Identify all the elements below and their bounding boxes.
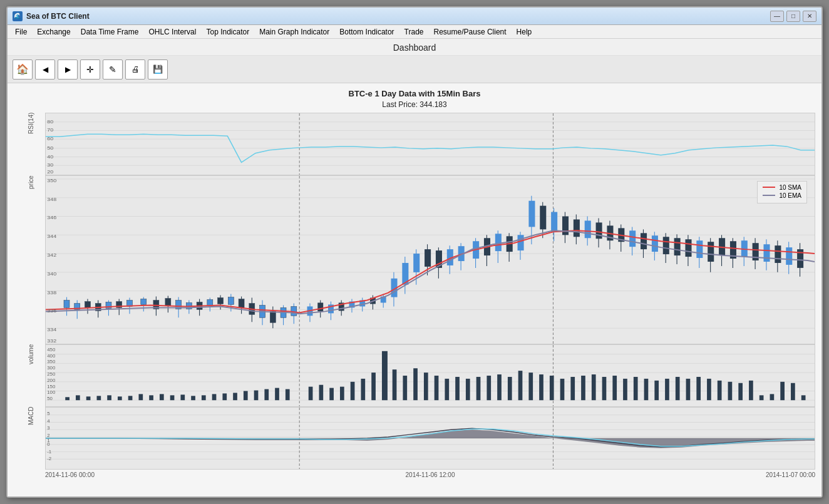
svg-rect-213 [445,379,449,400]
rsi-label: RSI(14) [14,113,45,175]
svg-rect-191 [202,395,206,400]
svg-text:332: 332 [47,337,56,343]
svg-rect-244 [770,394,775,400]
menu-topindicator[interactable]: Top Indicator [201,26,254,38]
svg-rect-192 [212,394,217,400]
svg-rect-197 [264,389,269,401]
save-button[interactable]: 💾 [148,59,168,80]
svg-text:30: 30 [47,162,53,168]
svg-rect-209 [403,376,407,400]
svg-rect-200 [309,387,313,401]
maximize-button[interactable]: □ [786,11,800,22]
svg-text:40: 40 [47,153,53,159]
svg-text:60: 60 [47,136,53,141]
svg-rect-182 [107,395,111,400]
main-window: 🌊 Sea of BTC Client — □ ✕ File Exchange … [6,6,823,498]
svg-rect-218 [497,374,502,400]
svg-rect-207 [382,351,388,400]
menu-help[interactable]: Help [512,26,537,38]
svg-rect-196 [254,391,259,401]
svg-rect-91 [413,254,420,272]
window-title: Sea of BTC Client [26,12,770,21]
svg-rect-178 [65,397,70,400]
svg-rect-186 [149,395,153,400]
svg-rect-93 [425,249,431,267]
svg-text:150: 150 [47,384,55,389]
svg-text:50: 50 [47,396,53,401]
svg-text:336: 336 [47,308,56,314]
crosshair-button[interactable]: ✛ [80,59,100,80]
svg-rect-129 [629,230,636,247]
x-label-1: 2014-11-06 00:00 [45,471,299,478]
ema-legend-line [763,195,775,196]
svg-rect-59 [239,299,244,308]
svg-rect-216 [476,377,481,400]
menu-maingraphindicator[interactable]: Main Graph Indicator [254,26,334,38]
svg-rect-195 [244,391,248,400]
svg-rect-135 [663,237,669,254]
svg-text:346: 346 [47,215,56,220]
svg-rect-139 [685,239,691,257]
svg-rect-194 [233,393,237,400]
menu-trade[interactable]: Trade [399,26,429,38]
svg-rect-232 [644,379,649,400]
svg-rect-198 [275,388,279,401]
svg-text:-1: -1 [47,449,51,454]
svg-rect-242 [749,381,753,400]
svg-rect-220 [518,371,523,400]
edit-button[interactable]: ✎ [103,59,123,80]
x-label-2: 2014-11-06 12:00 [299,471,561,478]
svg-rect-245 [780,382,785,400]
home-button[interactable]: 🏠 [13,59,33,80]
svg-text:350: 350 [47,359,55,364]
svg-text:338: 338 [47,289,56,295]
svg-rect-45 [165,299,171,306]
print-button[interactable]: 🖨 [125,59,145,80]
svg-text:0: 0 [47,441,49,446]
menu-datatimeframe[interactable]: Data Time Frame [76,26,144,38]
menu-ohlcinterval[interactable]: OHLC Interval [143,26,201,38]
svg-text:334: 334 [47,327,56,332]
svg-rect-212 [435,376,439,400]
menu-bottomindicator[interactable]: Bottom Indicator [334,26,399,38]
forward-button[interactable]: ▶ [58,59,78,80]
svg-text:300: 300 [47,366,55,371]
svg-rect-180 [86,396,91,400]
x-label-3: 2014-11-07 00:00 [561,471,815,478]
svg-rect-193 [222,393,227,400]
svg-rect-117 [562,217,569,235]
svg-rect-141 [696,240,703,258]
svg-text:344: 344 [47,234,56,239]
svg-rect-217 [487,376,491,400]
svg-rect-111 [528,201,535,227]
svg-text:70: 70 [47,127,53,133]
ema-legend-item: 10 EMA [763,192,801,199]
menu-exchange[interactable]: Exchange [32,26,75,38]
svg-rect-233 [654,381,659,400]
svg-rect-41 [141,299,147,305]
main-chart: 10 SMA 10 EMA [45,175,815,344]
svg-rect-199 [286,389,290,401]
svg-rect-210 [413,368,418,400]
chart-area: BTC-e 1 Day Data with 15Min Bars Last Pr… [8,83,821,496]
svg-rect-221 [528,373,533,400]
svg-text:400: 400 [47,353,55,358]
menu-resumepause[interactable]: Resume/Pause Client [429,26,512,38]
svg-rect-27 [64,301,70,308]
charts-container: RSI(14) [8,113,821,491]
svg-rect-230 [623,379,627,400]
svg-rect-208 [393,369,397,400]
svg-rect-240 [728,382,733,400]
svg-text:350: 350 [47,177,56,183]
close-button[interactable]: ✕ [803,11,816,22]
svg-rect-205 [361,379,365,400]
menu-file[interactable]: File [10,26,32,38]
macd-label: MACD [14,407,45,470]
svg-rect-236 [686,379,691,400]
svg-text:100: 100 [47,390,55,395]
app-icon: 🌊 [13,11,23,21]
back-button[interactable]: ◀ [35,59,55,80]
window-controls: — □ ✕ [770,11,816,22]
minimize-button[interactable]: — [770,11,784,22]
svg-rect-204 [351,382,355,400]
